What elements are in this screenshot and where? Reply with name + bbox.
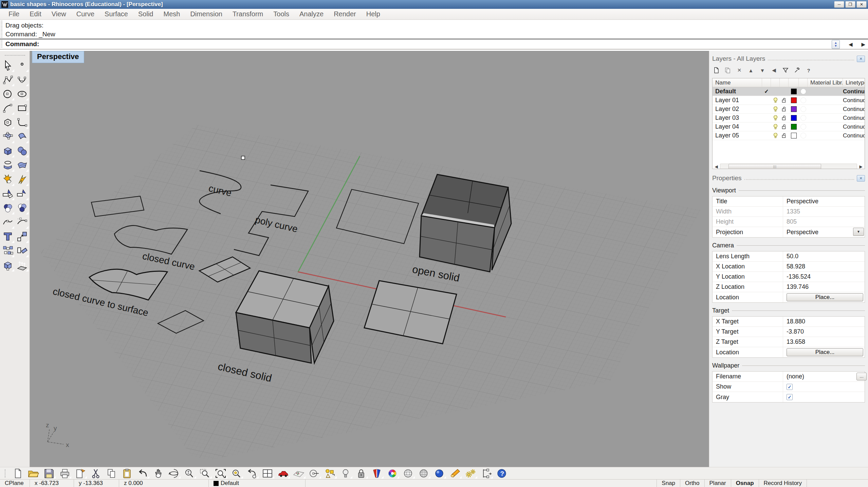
record-history-toggle[interactable]: Record History [759, 480, 807, 487]
menu-view[interactable]: View [47, 9, 71, 19]
paste-icon[interactable] [120, 468, 134, 479]
menu-edit[interactable]: Edit [24, 9, 46, 19]
layer-row[interactable]: Layer 04 Continuous [713, 123, 865, 131]
osnap-circle-icon[interactable] [307, 468, 321, 479]
layer-on-bulb-icon[interactable] [771, 133, 780, 138]
zoom-window-icon[interactable] [198, 468, 212, 479]
cplane-icon[interactable] [292, 468, 306, 479]
circle-icon[interactable] [1, 87, 15, 101]
layer-row[interactable]: Layer 02 Continuous [713, 105, 865, 114]
zoom-selected-icon[interactable] [229, 468, 243, 479]
layer-on-bulb-icon[interactable] [771, 106, 780, 112]
menu-tools[interactable]: Tools [268, 9, 294, 19]
print-icon[interactable] [57, 468, 72, 479]
curve-through-points-icon[interactable] [15, 73, 29, 87]
zoom-extents-icon[interactable] [214, 468, 228, 479]
layer-on-bulb-icon[interactable] [771, 115, 780, 121]
cut-icon[interactable] [89, 468, 103, 479]
delete-layer-icon[interactable]: ✕ [736, 67, 743, 74]
layer-on-bulb-icon[interactable] [771, 124, 780, 130]
curved-surface-icon[interactable] [15, 130, 29, 144]
layer-color-swatch[interactable] [791, 97, 797, 103]
polygon-icon[interactable] [1, 116, 15, 129]
layer-row[interactable]: Layer 01 Continuous [713, 96, 865, 105]
trim-icon[interactable] [15, 173, 29, 186]
menu-render[interactable]: Render [329, 9, 361, 19]
move-left-icon[interactable]: ◀ [771, 67, 777, 74]
layer-color-swatch[interactable] [791, 133, 797, 138]
material-circle[interactable] [800, 106, 806, 112]
prop-value[interactable]: (none) [783, 372, 865, 381]
prop-value[interactable]: -3.870 [783, 327, 865, 337]
col-name[interactable]: Name [713, 78, 762, 87]
toolbar-grip[interactable] [5, 469, 6, 477]
layers-close-icon[interactable]: ✕ [857, 56, 865, 62]
shaded-view-icon[interactable] [370, 468, 384, 479]
material-circle[interactable] [800, 124, 806, 130]
scroll-left-icon[interactable]: ◀ [849, 41, 853, 48]
explode-icon[interactable] [1, 173, 15, 186]
filename-browse-button[interactable]: ... [856, 373, 867, 380]
layer-linetype[interactable]: Continuous [843, 124, 865, 130]
layer-lock-icon[interactable] [780, 98, 789, 103]
snap-toggle[interactable]: Snap [657, 480, 680, 487]
col-linetype[interactable]: Linetype [843, 78, 865, 87]
toolbar-grip[interactable] [0, 21, 3, 38]
layers-help-icon[interactable]: ? [805, 67, 812, 74]
car-icon[interactable] [276, 468, 290, 479]
material-circle[interactable] [800, 89, 806, 94]
export-page-icon[interactable] [73, 468, 87, 479]
layer-name[interactable]: Layer 03 [713, 114, 762, 121]
camera-place-button[interactable]: Place... [787, 293, 863, 301]
layer-lock-icon[interactable] [780, 115, 789, 120]
move-up-icon[interactable]: ▲ [747, 67, 754, 74]
menu-solid[interactable]: Solid [133, 9, 158, 19]
layer-color-swatch[interactable] [791, 89, 797, 94]
viewport-layout-icon[interactable] [260, 468, 275, 479]
ellipse-icon[interactable] [15, 87, 29, 101]
material-circle[interactable] [800, 115, 806, 121]
layer-name[interactable]: Layer 05 [713, 132, 762, 139]
boolean-difference-icon[interactable] [15, 201, 29, 215]
viewport-tab[interactable]: Perspective [32, 51, 84, 63]
sphere-icon[interactable] [15, 144, 29, 158]
toolbar-grip[interactable] [0, 40, 3, 48]
scrollbar-thumb[interactable]: ||| [728, 164, 821, 169]
maximize-button[interactable]: ❐ [845, 1, 855, 8]
layer-linetype[interactable]: Continuous [843, 106, 865, 113]
projection-dropdown-icon[interactable]: ▼ [853, 228, 864, 236]
extrude-icon[interactable] [15, 258, 29, 272]
copy-layer-icon[interactable] [724, 67, 731, 74]
layer-row[interactable]: Layer 05 Continuous [713, 131, 865, 140]
undo-view-icon[interactable] [245, 468, 259, 479]
layer-linetype[interactable]: Continuous [843, 88, 865, 95]
menu-help[interactable]: Help [361, 9, 385, 19]
layer-name[interactable]: Default [713, 88, 762, 95]
target-place-button[interactable]: Place... [787, 348, 863, 356]
minimize-button[interactable]: ─ [834, 1, 844, 8]
scroll-right-icon[interactable]: ▶ [861, 41, 865, 48]
current-layer-pane[interactable]: Default [209, 480, 306, 487]
layer-color-swatch[interactable] [791, 115, 797, 121]
prop-value[interactable]: 58.928 [783, 262, 865, 271]
spin-down-icon[interactable]: ▼ [834, 44, 837, 48]
scrollbar-right-icon[interactable]: ▶ [857, 164, 865, 169]
open-file-icon[interactable] [26, 468, 40, 479]
prop-value[interactable]: Perspective [783, 196, 865, 206]
array-icon[interactable] [1, 244, 15, 258]
menu-surface[interactable]: Surface [99, 9, 133, 19]
material-circle[interactable] [800, 97, 806, 103]
lightbulb-icon[interactable] [338, 468, 353, 479]
wireframe-sphere-icon[interactable] [401, 468, 415, 479]
prop-value[interactable]: 18.880 [783, 317, 865, 326]
properties-close-icon[interactable]: ✕ [857, 175, 865, 182]
rectangle-icon[interactable] [15, 101, 29, 115]
layer-row[interactable]: Layer 03 Continuous [713, 114, 865, 123]
help-icon[interactable]: ? [495, 468, 509, 479]
text-icon[interactable] [1, 230, 15, 243]
pointer-icon[interactable] [1, 59, 15, 72]
undo-icon[interactable] [135, 468, 150, 479]
point-edit-icon[interactable] [1, 216, 15, 229]
pan-icon[interactable] [151, 468, 165, 479]
arc-icon[interactable] [1, 101, 15, 115]
